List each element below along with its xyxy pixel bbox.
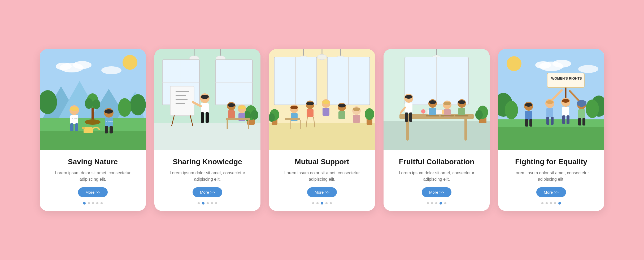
- dot-2: [431, 202, 433, 204]
- svg-rect-148: [455, 115, 468, 116]
- card-saving-nature: VOLUNT VOLUNT Saving Nature Lorem ipsum …: [40, 49, 146, 211]
- svg-point-99: [306, 102, 314, 105]
- svg-rect-70: [226, 118, 250, 120]
- svg-point-177: [562, 99, 569, 103]
- dot-3: [435, 202, 437, 204]
- card-mutual-support: Mutual Support Lorem ipsum dolor sit ame…: [269, 49, 375, 211]
- card-title-fighting-equality: Fighting for Equality: [515, 157, 587, 166]
- card-description-fighting-equality: Lorem ipsum dolor sit amet, consectetur …: [507, 170, 596, 183]
- svg-rect-11: [40, 131, 146, 150]
- svg-point-153: [535, 61, 551, 69]
- card-dots-fighting-equality: [541, 202, 561, 205]
- svg-rect-97: [285, 118, 300, 120]
- card-title-sharing-knowledge: Sharing Knowledge: [173, 157, 242, 166]
- dot-3: [92, 202, 94, 204]
- dot-1: [198, 202, 200, 204]
- svg-text:VOLUNT: VOLUNT: [106, 120, 113, 122]
- cards-container: VOLUNT VOLUNT Saving Nature Lorem ipsum …: [29, 38, 615, 222]
- more-button-saving-nature[interactable]: More >>: [78, 187, 108, 197]
- dot-2: [88, 202, 90, 204]
- card-image-sharing-knowledge: [154, 49, 260, 150]
- svg-rect-19: [84, 127, 93, 133]
- dot-4: [554, 202, 556, 204]
- svg-point-57: [251, 110, 258, 120]
- svg-rect-170: [529, 119, 532, 127]
- svg-rect-47: [170, 86, 194, 115]
- svg-point-160: [586, 99, 599, 118]
- card-dots-fruitful-collaboration: [427, 202, 446, 205]
- svg-rect-20: [82, 127, 85, 129]
- card-content-mutual-support: Mutual Support Lorem ipsum dolor sit ame…: [269, 150, 375, 211]
- svg-rect-183: [578, 109, 585, 119]
- svg-text:WOMEN'S RIGHTS: WOMEN'S RIGHTS: [551, 76, 582, 80]
- svg-rect-100: [307, 109, 314, 117]
- card-description-fruitful-collaboration: Lorem ipsum dolor sit amet, consectetur …: [392, 170, 481, 183]
- svg-point-108: [353, 107, 360, 111]
- svg-point-167: [525, 103, 532, 107]
- svg-rect-33: [110, 126, 113, 133]
- dot-5: [444, 202, 446, 204]
- dot-2: [202, 202, 204, 205]
- card-fighting-equality: WOMEN'S RIGHTS: [498, 49, 604, 211]
- svg-rect-168: [525, 111, 532, 120]
- svg-rect-175: [551, 117, 554, 125]
- card-content-fighting-equality: Fighting for Equality Lorem ipsum dolor …: [498, 150, 604, 211]
- svg-point-68: [238, 106, 246, 109]
- card-image-mutual-support: [269, 49, 375, 150]
- svg-rect-60: [201, 103, 209, 113]
- svg-rect-145: [458, 108, 465, 116]
- svg-rect-139: [429, 108, 436, 116]
- svg-rect-169: [525, 119, 528, 127]
- svg-point-17: [85, 98, 93, 109]
- svg-rect-106: [338, 111, 345, 119]
- dot-4: [96, 202, 98, 204]
- dot-5: [215, 202, 217, 204]
- dot-1: [83, 202, 86, 205]
- svg-rect-116: [384, 121, 490, 150]
- svg-point-150: [507, 56, 521, 71]
- card-title-mutual-support: Mutual Support: [295, 157, 349, 166]
- svg-rect-66: [228, 110, 235, 118]
- svg-point-105: [338, 104, 346, 107]
- dot-4: [211, 202, 213, 204]
- dot-1: [427, 202, 429, 204]
- svg-rect-147: [441, 115, 454, 116]
- svg-rect-75: [269, 123, 375, 150]
- dot-4: [325, 202, 328, 204]
- card-image-saving-nature: VOLUNT VOLUNT: [40, 49, 146, 150]
- svg-rect-26: [70, 123, 73, 131]
- svg-point-1: [123, 55, 137, 70]
- card-content-fruitful-collaboration: Fruitful Collaboration Lorem ipsum dolor…: [384, 150, 490, 211]
- svg-point-126: [421, 109, 425, 114]
- svg-rect-109: [353, 115, 360, 123]
- svg-point-138: [429, 100, 436, 104]
- svg-point-59: [201, 95, 209, 99]
- svg-rect-103: [323, 108, 329, 116]
- card-dots-saving-nature: [83, 202, 103, 205]
- more-button-fighting-equality[interactable]: More >>: [536, 187, 566, 197]
- dot-2: [546, 202, 548, 204]
- svg-point-5: [101, 66, 121, 74]
- svg-rect-174: [546, 117, 549, 125]
- card-content-sharing-knowledge: Sharing Knowledge Lorem ipsum dolor sit …: [154, 150, 260, 211]
- card-sharing-knowledge: Sharing Knowledge Lorem ipsum dolor sit …: [154, 49, 260, 211]
- svg-rect-134: [405, 112, 408, 122]
- card-content-saving-nature: Saving Nature Lorem ipsum dolor sit amet…: [40, 150, 146, 211]
- dot-4: [440, 202, 442, 205]
- svg-point-14: [118, 98, 131, 117]
- svg-point-152: [552, 60, 571, 68]
- svg-rect-32: [105, 126, 108, 133]
- more-button-sharing-knowledge[interactable]: More >>: [193, 187, 222, 197]
- svg-point-23: [70, 107, 79, 111]
- card-image-fruitful-collaboration: [384, 49, 490, 150]
- svg-point-130: [475, 110, 483, 120]
- card-description-saving-nature: Lorem ipsum dolor sit amet, consectetur …: [48, 170, 137, 183]
- more-button-fruitful-collaboration[interactable]: More >>: [422, 187, 451, 197]
- more-button-mutual-support[interactable]: More >>: [307, 187, 337, 197]
- svg-point-79: [317, 54, 327, 60]
- svg-point-141: [443, 102, 451, 105]
- dot-3: [550, 202, 552, 204]
- card-dots-sharing-knowledge: [198, 202, 217, 205]
- svg-rect-133: [405, 103, 412, 113]
- svg-rect-180: [567, 115, 569, 124]
